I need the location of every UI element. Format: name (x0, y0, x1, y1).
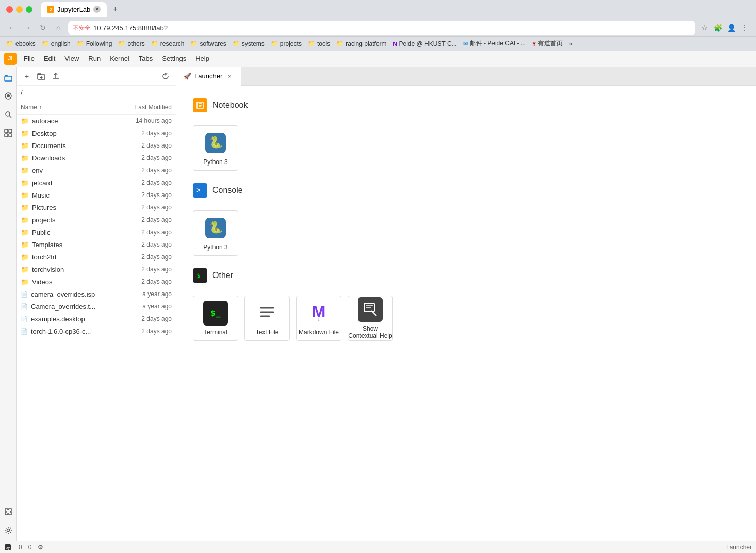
menu-help[interactable]: Help (191, 53, 213, 64)
file-item-camera-isp[interactable]: 📄 camera_overrides.isp a year ago (17, 288, 176, 300)
bookmark-star-icon[interactable]: ☆ (699, 23, 710, 33)
maximize-window-button[interactable] (26, 6, 32, 13)
sidebar-icon-commands[interactable] (2, 108, 14, 121)
file-item-projects[interactable]: 📁 projects 2 days ago (17, 214, 176, 226)
address-text: 10.79.245.175:8888/lab? (93, 24, 690, 32)
file-item-music[interactable]: 📁 Music 2 days ago (17, 189, 176, 201)
file-modified: 2 days ago (115, 154, 172, 161)
new-folder-button[interactable] (35, 70, 47, 83)
menu-file[interactable]: File (20, 53, 39, 64)
bookmark-projects[interactable]: 📁 projects (271, 40, 302, 47)
bookmark-systems[interactable]: 📁 systems (233, 40, 265, 47)
bookmark-peide-hkust[interactable]: N Peide @ HKUST C... (393, 40, 457, 47)
folder-icon: 📁 (21, 167, 29, 174)
menu-icon[interactable]: ⋮ (739, 23, 750, 33)
file-item-jetcard[interactable]: 📁 jetcard 2 days ago (17, 176, 176, 189)
back-button[interactable]: ← (6, 22, 18, 34)
launcher-tab[interactable]: 🚀 Launcher × (176, 67, 241, 86)
menu-settings[interactable]: Settings (158, 53, 190, 64)
upload-button[interactable] (50, 70, 62, 83)
security-badge: 不安全 (73, 24, 90, 32)
file-item-templates[interactable]: 📁 Templates 2 days ago (17, 238, 176, 251)
file-name: Videos (32, 278, 115, 286)
file-item-public[interactable]: 📁 Public 2 days ago (17, 226, 176, 238)
file-item-torch2trt[interactable]: 📁 torch2trt 2 days ago (17, 251, 176, 263)
extensions-icon[interactable]: 🧩 (713, 23, 723, 33)
menu-edit[interactable]: Edit (40, 53, 59, 64)
browser-toolbar: ← → ↻ ⌂ 不安全 10.79.245.175:8888/lab? ☆ 🧩 … (0, 19, 756, 37)
notebook-section-header: Notebook (193, 98, 739, 117)
folder-icon: 📁 (21, 129, 29, 137)
file-item-examples[interactable]: 📄 examples.desktop 2 days ago (17, 313, 176, 325)
bookmark-following[interactable]: 📁 Following (77, 40, 112, 47)
folder-icon: 📁 (21, 241, 29, 249)
bookmark-more[interactable]: » (569, 40, 572, 47)
terminal-card-icon: $_ (203, 301, 228, 326)
active-tab[interactable]: J JupyterLab × (41, 2, 107, 17)
menu-tabs[interactable]: Tabs (135, 53, 157, 64)
main-content: 🚀 Launcher × Notebook (176, 67, 756, 541)
sidebar-icon-running[interactable] (2, 90, 14, 102)
bookmark-youdao[interactable]: Y 有道首页 (532, 39, 563, 48)
bookmark-softwares[interactable]: 📁 softwares (190, 40, 226, 47)
tab-close-button[interactable]: × (93, 6, 101, 13)
sidebar-icon-extensions[interactable] (2, 506, 14, 518)
file-name: camera_overrides.isp (31, 290, 115, 298)
file-item-downloads[interactable]: 📁 Downloads 2 days ago (17, 152, 176, 164)
file-item-torchvision[interactable]: 📁 torchvision 2 days ago (17, 263, 176, 275)
bookmark-racing-platform[interactable]: 📁 racing platform (336, 40, 386, 47)
close-window-button[interactable] (6, 6, 13, 13)
minimize-window-button[interactable] (16, 6, 23, 13)
col-name-header[interactable]: Name ↑ (21, 104, 115, 111)
other-section: $_ Other $_ Terminal (193, 268, 739, 341)
file-modified: a year ago (115, 290, 172, 298)
new-tab-button[interactable]: + (109, 3, 121, 15)
console-python3-card[interactable]: 🐍 Python 3 (193, 210, 238, 256)
file-item-autorace[interactable]: 📁 autorace 14 hours ago (17, 115, 176, 127)
terminal-card[interactable]: $_ Terminal (193, 296, 238, 341)
file-item-videos[interactable]: 📁 Videos 2 days ago (17, 275, 176, 288)
file-item-pictures[interactable]: 📁 Pictures 2 days ago (17, 201, 176, 214)
forward-button[interactable]: → (22, 22, 33, 34)
console-python3-label: Python 3 (203, 243, 227, 251)
bookmark-tools[interactable]: 📁 tools (308, 40, 330, 47)
launcher-tab-close-button[interactable]: × (225, 72, 234, 80)
contextual-help-card[interactable]: Show Contextual Help (348, 296, 393, 341)
file-doc-icon: 📄 (21, 328, 28, 335)
svg-point-3 (7, 94, 10, 97)
bookmark-research[interactable]: 📁 research (151, 40, 185, 47)
file-name: torchvision (32, 266, 115, 273)
new-launcher-button[interactable]: + (21, 70, 33, 83)
file-name: torch2trt (32, 253, 115, 261)
bookmark-outlook[interactable]: ✉ 邮件 - Peide CAI - ... (463, 39, 526, 48)
file-panel: + / Name ↑ Last Modified (17, 67, 176, 541)
menu-run[interactable]: Run (84, 53, 105, 64)
bookmark-others[interactable]: 📁 others (118, 40, 144, 47)
python-notebook-icon: 🐍 (203, 131, 228, 155)
file-item-documents[interactable]: 📁 Documents 2 days ago (17, 139, 176, 152)
file-modified: 2 days ago (115, 204, 172, 211)
status-icon: ⚙ (38, 544, 43, 551)
sidebar-icon-tabs[interactable] (2, 127, 14, 139)
bookmark-english[interactable]: 📁 english (42, 40, 71, 47)
file-item-camera-t[interactable]: 📄 Camera_overrides.t... a year ago (17, 300, 176, 313)
textfile-card[interactable]: Text File (244, 296, 290, 341)
file-item-env[interactable]: 📁 env 2 days ago (17, 164, 176, 176)
file-modified: 2 days ago (115, 179, 172, 186)
refresh-file-list-button[interactable] (159, 70, 172, 83)
file-modified: 2 days ago (115, 142, 172, 149)
menu-view[interactable]: View (60, 53, 83, 64)
sidebar-icon-filebrowser[interactable] (2, 71, 14, 84)
notebook-python3-card[interactable]: 🐍 Python 3 (193, 125, 238, 171)
file-item-desktop[interactable]: 📁 Desktop 2 days ago (17, 127, 176, 139)
profile-icon[interactable]: 👤 (726, 23, 736, 33)
address-bar[interactable]: 不安全 10.79.245.175:8888/lab? (68, 21, 695, 35)
sidebar-icon-settings[interactable] (2, 524, 14, 536)
file-item-torch[interactable]: 📄 torch-1.6.0-cp36-c... 2 days ago (17, 325, 176, 337)
svg-point-10 (7, 529, 9, 532)
bookmark-ebooks[interactable]: 📁 ebooks (6, 40, 36, 47)
home-button[interactable]: ⌂ (53, 22, 64, 34)
menu-kernel[interactable]: Kernel (106, 53, 134, 64)
refresh-button[interactable]: ↻ (37, 22, 48, 34)
markdown-card[interactable]: M ↓ Markdown File (296, 296, 341, 341)
